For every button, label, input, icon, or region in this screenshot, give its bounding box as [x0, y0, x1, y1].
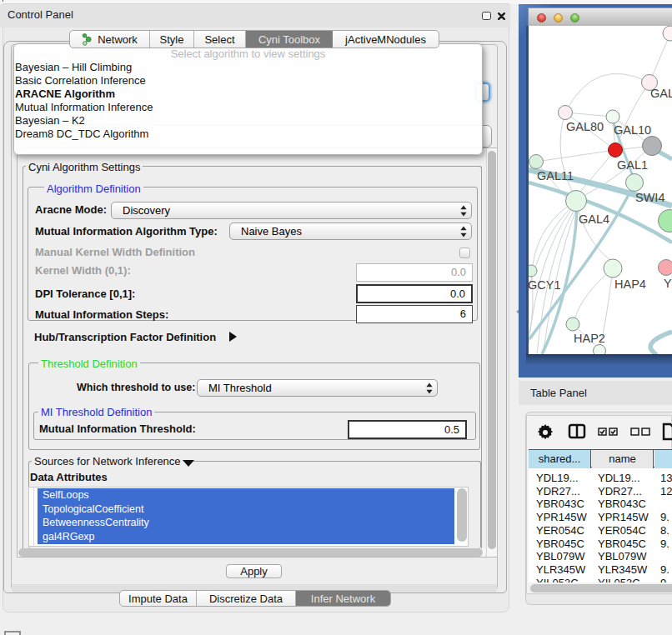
svg-text:GCY1: GCY1	[529, 278, 561, 292]
svg-text:GAL4: GAL4	[579, 212, 609, 226]
svg-text:GAL80: GAL80	[566, 120, 604, 133]
svg-text:GAL1: GAL1	[617, 158, 648, 172]
svg-text:Y: Y	[664, 277, 672, 290]
svg-text:GAL7: GAL7	[650, 87, 672, 100]
svg-text:SWI4: SWI4	[635, 191, 664, 204]
svg-text:HAP2: HAP2	[574, 332, 605, 345]
svg-text:HAP4: HAP4	[614, 278, 646, 291]
svg-text:GAL10: GAL10	[614, 123, 651, 137]
svg-text:GAL11: GAL11	[537, 169, 574, 182]
